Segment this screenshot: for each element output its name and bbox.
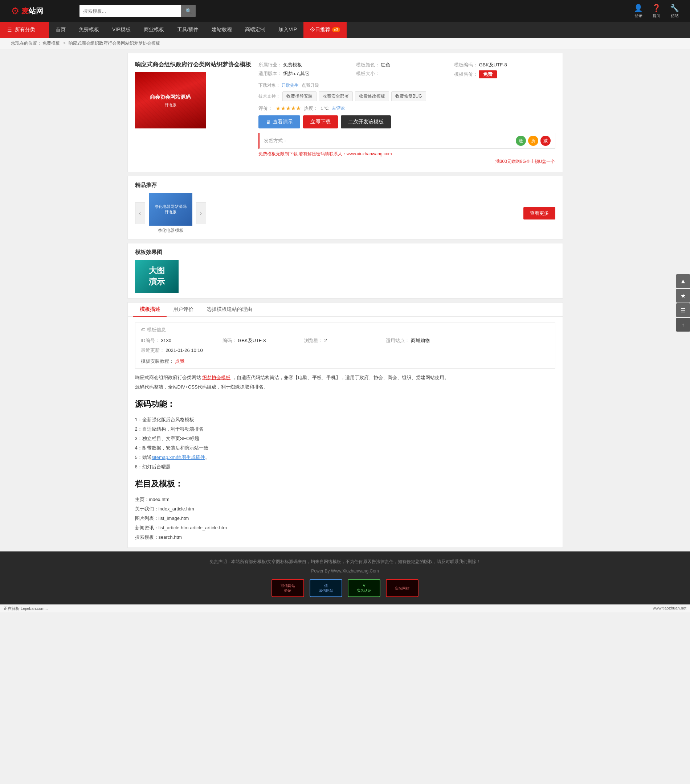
fix-bug-btn[interactable]: 收费修复BUG (391, 91, 426, 101)
credit-badge[interactable]: 信诚信网站 (310, 579, 342, 597)
template-preview-section: 模板效果图 大图 演示 (127, 243, 563, 298)
breadcrumb-free-link[interactable]: 免费模板 (43, 41, 60, 46)
column-2: 关于我们：index_article.htm (135, 504, 555, 514)
more-btn-wrap: 查看更多 (523, 207, 555, 219)
nav-business[interactable]: 商业模板 (137, 22, 171, 38)
download-link[interactable]: 开欧先生 (281, 83, 299, 88)
login-btn[interactable]: 👤 登录 (634, 3, 643, 18)
header-right: 👤 登录 ❓ 提问 🔧 仿站 (634, 3, 679, 18)
info-box-header: 🏷 模板信息 (141, 326, 550, 333)
nav-bar: ☰ 所有分类 首页 免费模板 VIP模板 商业模板 工具/插件 建站教程 高端定… (0, 22, 690, 38)
breadcrumb-current[interactable]: 响应式商会组织政府行会类网站织梦梦协会模板 (69, 41, 160, 46)
site-header: ⚙ 麦站网 🔍 👤 登录 ❓ 提问 🔧 仿站 (0, 0, 690, 22)
product-meta-grid: 所属行业： 免费模板 模板颜色： 红色 模板编码： GBK及UTF-8 适用版本… (258, 61, 555, 79)
nav-all-categories[interactable]: ☰ 所有分类 (0, 22, 49, 38)
recommend-section: 精品推荐 ‹ 净化电器网站源码日语版 净化电器模板 › 查看更多 (127, 176, 563, 239)
encoding-label: 模板编码： (454, 62, 478, 68)
ask-btn[interactable]: ❓ 提问 (652, 3, 661, 18)
nav-free[interactable]: 免费模板 (72, 22, 106, 38)
logo[interactable]: ⚙ 麦站网 (11, 6, 43, 16)
vip-notice: 满300元赠送8G金士顿U盘一个 (258, 158, 555, 165)
site-label: 适用站点： (386, 338, 409, 343)
preview-btn[interactable]: 🖥 查看演示 (258, 115, 300, 128)
nav-tools[interactable]: 工具/插件 (171, 22, 205, 38)
column-1: 主页：index.htm (135, 495, 555, 504)
status-right: www.tiaozhuan.net (653, 606, 687, 611)
rating-label: 评价： (258, 105, 272, 112)
gift-icons-group: 送 折 减 (516, 136, 551, 146)
install-link[interactable]: 点我 (175, 359, 184, 364)
nav-today[interactable]: 今日推荐 x3 (304, 22, 347, 38)
sidebar-star-btn[interactable]: ★ (676, 289, 690, 303)
meta-size: 模板大小： (356, 69, 454, 79)
download-btn[interactable]: 立即下载 (303, 115, 338, 128)
nav-custom[interactable]: 高端定制 (238, 22, 272, 38)
nav-join-vip[interactable]: 加入VIP (272, 22, 304, 38)
price-value: 免费 (479, 70, 497, 78)
industry-value: 免费模板 (283, 62, 302, 68)
prev-arrow[interactable]: ‹ (135, 203, 145, 224)
info-icon: 🏷 (141, 327, 145, 332)
info-site: 适用站点： 商城购物 (386, 337, 488, 345)
enc-value: GBK及UTF-8 (238, 338, 266, 343)
column-5: 搜索模板：search.htm (135, 533, 555, 542)
template-info-box: 🏷 模板信息 ID编号： 3130 编码： GBK及UTF-8 浏览量： 2 (135, 323, 555, 369)
info-update: 最近更新： 2021-01-26 10:10 (141, 346, 243, 354)
gift-discount-icon[interactable]: 折 (528, 136, 538, 146)
tab-reasons[interactable]: 选择模板建站的理由 (200, 303, 259, 317)
intro-link[interactable]: 织梦协会模板 (202, 375, 231, 380)
nav-home[interactable]: 首页 (49, 22, 72, 38)
trusted-badge[interactable]: 可信网站验证 (271, 579, 304, 597)
trusted-badge-text: 可信网站验证 (281, 583, 295, 593)
page-outer: 响应式商会组织政府行会类网站织梦协会模板 商会协会网站源码 日语版 所属行业： (127, 53, 563, 548)
recommend-item-0[interactable]: 净化电器网站源码日语版 净化电器模板 (149, 193, 192, 234)
copy-site-icon: 🔧 (670, 3, 679, 12)
gift-reduce-icon[interactable]: 减 (540, 136, 551, 146)
color-value: 红色 (381, 62, 390, 68)
sitemap-link[interactable]: sitemap.xml地图生成插件 (152, 455, 205, 460)
nav-tutorial[interactable]: 建站教程 (205, 22, 238, 38)
info-encoding: 编码： GBK及UTF-8 (223, 337, 304, 345)
comment-link[interactable]: 去评论 (332, 105, 345, 111)
update-value: 2021-01-26 10:10 (165, 348, 203, 353)
gift-row: 发货方式： 送 折 减 (258, 133, 555, 149)
sidebar-list-btn[interactable]: ☰ (676, 303, 690, 317)
tab-reviews[interactable]: 用户评价 (167, 303, 200, 317)
product-right-info: 所属行业： 免费模板 模板颜色： 红色 模板编码： GBK及UTF-8 适用版本… (258, 61, 555, 165)
rec-title-0: 净化电器模板 (149, 227, 192, 234)
features-heading: 源码功能： (135, 396, 555, 412)
copy-site-btn[interactable]: 🔧 仿站 (670, 3, 679, 18)
footer-power: Power By Www.Xiuzhanwang.Com (7, 568, 683, 573)
gift-send-icon[interactable]: 送 (516, 136, 526, 146)
feature-1: 1：全新强化版后台风格模板 (135, 415, 555, 425)
verified-badge[interactable]: V实名认证 (348, 579, 380, 597)
sidebar-top-btn[interactable]: ▲ (676, 274, 690, 288)
search-input[interactable] (79, 5, 181, 17)
modify-template-btn[interactable]: 收费修改模板 (355, 91, 389, 101)
sidebar-back-top-btn[interactable]: ↑ (676, 318, 690, 332)
menu-icon: ☰ (7, 27, 12, 33)
logo-gear-icon: ⚙ (11, 6, 19, 16)
views-label: 浏览量： (304, 338, 323, 343)
credit-badge-text: 信诚信网站 (319, 583, 333, 593)
next-arrow[interactable]: › (196, 203, 206, 224)
realname-badge[interactable]: 实名网站 (386, 579, 419, 597)
more-btn[interactable]: 查看更多 (523, 207, 555, 219)
gift-label: 发货方式： (264, 137, 287, 144)
dev-btn[interactable]: 二次开发该模板 (341, 115, 391, 128)
login-icon: 👤 (634, 3, 643, 12)
support-row: 技术支持： 收费指导安装 收费安全部署 收费修改模板 收费修复BUG (258, 91, 555, 101)
info-views: 浏览量： 2 (304, 337, 386, 345)
logo-text: 麦站网 (21, 6, 43, 16)
preview-img-text1: 大图 (149, 265, 165, 277)
preview-img-wrap[interactable]: 大图 演示 (135, 260, 178, 293)
description-content: 响应式商会组织政府行会类网站 织梦协会模板 ，自适应代码结构简洁，兼容【电脑、平… (135, 373, 555, 542)
product-container: 响应式商会组织政府行会类网站织梦协会模板 商会协会网站源码 日语版 所属行业： (135, 61, 555, 165)
meta-version: 适用版本： 织梦5.7,其它 (258, 69, 357, 79)
install-guide-btn[interactable]: 收费指导安装 (282, 91, 317, 101)
search-button[interactable]: 🔍 (181, 5, 196, 17)
views-value: 2 (325, 338, 327, 343)
tab-description[interactable]: 模板描述 (133, 303, 167, 317)
deploy-btn[interactable]: 收费安全部署 (319, 91, 353, 101)
nav-vip[interactable]: VIP模板 (106, 22, 137, 38)
